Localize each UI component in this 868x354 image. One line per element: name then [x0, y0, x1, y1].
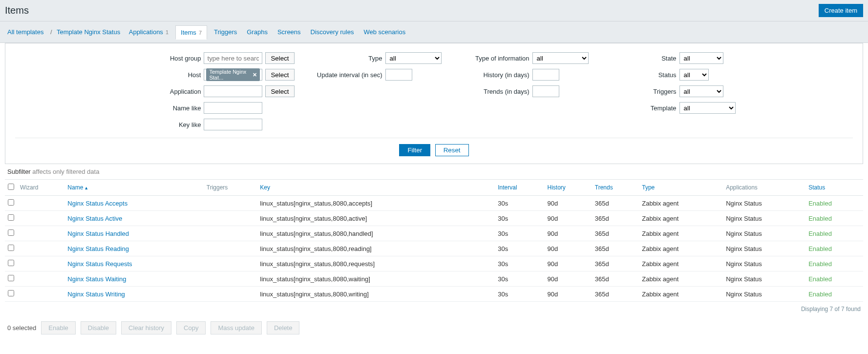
trends-label: Trends (in days) — [461, 88, 529, 95]
update-interval-input[interactable] — [385, 69, 412, 81]
host-group-input[interactable] — [204, 52, 262, 64]
application-select-button[interactable]: Select — [265, 85, 294, 97]
table-row: Nginx Status Requestslinux_status[nginx_… — [5, 256, 863, 271]
table-row: Nginx Status Activelinux_status[nginx_st… — [5, 211, 863, 226]
page-title: Items — [5, 5, 29, 16]
item-status-link[interactable]: Enabled — [808, 200, 832, 207]
key-like-input[interactable] — [204, 119, 262, 130]
item-status-link[interactable]: Enabled — [808, 260, 832, 268]
table-footer: Displaying 7 of 7 found — [0, 302, 868, 316]
row-checkbox[interactable] — [8, 229, 14, 236]
breadcrumb-separator: / — [50, 28, 52, 36]
status-select[interactable]: all — [679, 69, 709, 81]
item-name-link[interactable]: Nginx Status Active — [67, 215, 122, 222]
item-app: Nginx Status — [723, 226, 805, 241]
col-applications: Applications — [723, 180, 805, 196]
item-trends: 365d — [592, 287, 639, 302]
clear-history-button[interactable]: Clear history — [121, 321, 171, 334]
item-key: linux_status[nginx_status,8080,reading] — [257, 241, 495, 256]
breadcrumb-nav: All templates / Template Nginx Status Ap… — [0, 21, 868, 43]
item-name-link[interactable]: Nginx Status Handled — [67, 230, 129, 237]
trends-input[interactable] — [532, 85, 559, 97]
breadcrumb-template[interactable]: Template Nginx Status — [57, 28, 120, 36]
item-name-link[interactable]: Nginx Status Accepts — [67, 200, 127, 207]
state-select[interactable]: all — [679, 52, 723, 64]
name-like-input[interactable] — [204, 102, 262, 114]
host-group-select-button[interactable]: Select — [265, 52, 294, 64]
item-key: linux_status[nginx_status,8080,requests] — [257, 256, 495, 271]
application-input[interactable] — [204, 85, 262, 97]
template-select[interactable]: all — [679, 102, 736, 114]
item-type: Zabbix agent — [639, 256, 723, 271]
nav-graphs[interactable]: Graphs — [247, 28, 268, 36]
row-checkbox[interactable] — [8, 245, 14, 251]
host-group-label: Host group — [132, 55, 201, 62]
nav-screens[interactable]: Screens — [277, 28, 301, 36]
history-input[interactable] — [532, 69, 559, 81]
state-label: State — [608, 55, 677, 62]
item-name-link[interactable]: Nginx Status Reading — [67, 245, 129, 252]
items-table: Wizard Name▲ Triggers Key Interval Histo… — [5, 179, 863, 302]
col-name[interactable]: Name — [67, 184, 83, 191]
item-status-link[interactable]: Enabled — [808, 291, 832, 298]
item-name-link[interactable]: Nginx Status Requests — [67, 260, 132, 268]
item-history: 90d — [544, 271, 592, 287]
item-trends: 365d — [592, 241, 639, 256]
disable-button[interactable]: Disable — [81, 321, 116, 334]
filter-button[interactable]: Filter — [399, 144, 430, 156]
nav-discovery-rules[interactable]: Discovery rules — [311, 28, 354, 36]
triggers-select[interactable]: all — [679, 85, 723, 97]
col-trends[interactable]: Trends — [595, 184, 613, 191]
remove-host-tag-icon[interactable]: ✕ — [253, 72, 257, 78]
item-type: Zabbix agent — [639, 196, 723, 211]
item-interval: 30s — [495, 256, 544, 271]
item-status-link[interactable]: Enabled — [808, 215, 832, 222]
item-type: Zabbix agent — [639, 211, 723, 226]
col-interval[interactable]: Interval — [498, 184, 517, 191]
triggers-label: Triggers — [608, 88, 677, 95]
item-trends: 365d — [592, 271, 639, 287]
nav-count: 1 — [164, 29, 169, 35]
host-label: Host — [132, 71, 201, 79]
delete-button[interactable]: Delete — [267, 321, 300, 334]
row-checkbox[interactable] — [8, 214, 14, 221]
item-name-link[interactable]: Nginx Status Writing — [67, 291, 125, 298]
reset-button[interactable]: Reset — [435, 144, 469, 156]
table-row: Nginx Status Acceptslinux_status[nginx_s… — [5, 196, 863, 211]
col-history[interactable]: History — [547, 184, 565, 191]
col-status[interactable]: Status — [808, 184, 825, 191]
breadcrumb-all-templates[interactable]: All templates — [7, 28, 43, 36]
subfilter-hint: affects only filtered data — [32, 168, 99, 175]
create-item-button[interactable]: Create item — [819, 4, 863, 17]
row-checkbox[interactable] — [8, 199, 14, 206]
nav-triggers[interactable]: Triggers — [214, 28, 237, 36]
host-select-button[interactable]: Select — [265, 69, 294, 81]
row-checkbox[interactable] — [8, 260, 14, 266]
item-status-link[interactable]: Enabled — [808, 275, 832, 283]
col-key[interactable]: Key — [260, 184, 270, 191]
host-tag-text: Template Nginx Stat... — [209, 69, 251, 81]
enable-button[interactable]: Enable — [41, 321, 75, 334]
select-all-checkbox[interactable] — [8, 184, 14, 190]
item-status-link[interactable]: Enabled — [808, 230, 832, 237]
item-interval: 30s — [495, 241, 544, 256]
mass-update-button[interactable]: Mass update — [211, 321, 261, 334]
nav-web-scenarios[interactable]: Web scenarios — [363, 28, 405, 36]
row-checkbox[interactable] — [8, 275, 14, 281]
row-checkbox[interactable] — [8, 290, 14, 296]
item-name-link[interactable]: Nginx Status Waiting — [67, 275, 126, 283]
item-status-link[interactable]: Enabled — [808, 245, 832, 252]
nav-items[interactable]: Items — [181, 29, 196, 36]
update-interval-label: Update interval (in sec) — [314, 71, 382, 79]
nav-applications[interactable]: Applications — [129, 28, 163, 36]
copy-button[interactable]: Copy — [176, 321, 206, 334]
type-info-select[interactable]: all — [532, 52, 589, 64]
status-label: Status — [608, 71, 677, 79]
host-input[interactable]: Template Nginx Stat... ✕ — [204, 69, 262, 81]
col-type[interactable]: Type — [642, 184, 655, 191]
filter-panel: Host group Select Host Template Nginx St… — [5, 43, 863, 164]
key-like-label: Key like — [132, 121, 201, 128]
type-select[interactable]: all — [385, 52, 442, 64]
item-app: Nginx Status — [723, 271, 805, 287]
item-trends: 365d — [592, 196, 639, 211]
